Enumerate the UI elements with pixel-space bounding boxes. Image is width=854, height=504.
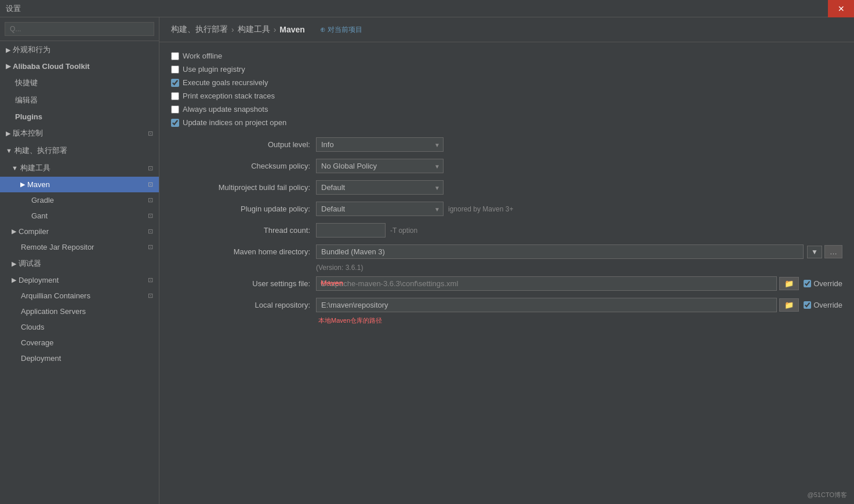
output-level-dropdown[interactable]: Info Debug Error Warning: [316, 137, 444, 152]
multiproject-policy-control: Default At End Never Always ▼: [316, 180, 842, 195]
user-settings-browse-button[interactable]: 📁: [779, 277, 799, 290]
breadcrumb-sep2: ›: [274, 25, 277, 34]
local-repo-override-label[interactable]: Override: [813, 301, 842, 309]
arrow-icon: ▶: [12, 276, 16, 284]
breadcrumb-part2: 构建工具: [238, 24, 270, 35]
search-box: [0, 17, 159, 41]
local-repo-override: Override: [804, 301, 842, 309]
multiproject-policy-label: Multiproject build fail policy:: [171, 183, 310, 192]
work-offline-label[interactable]: Work offline: [183, 52, 222, 60]
settings-icon: ⊡: [148, 243, 153, 251]
checkbox-execute-goals: Execute goals recursively: [171, 78, 842, 87]
close-button[interactable]: ✕: [828, 0, 854, 17]
local-repo-browse-button[interactable]: 📁: [779, 298, 799, 312]
settings-icon: ⊡: [148, 196, 153, 204]
user-settings-label: User settings file:: [171, 279, 310, 288]
checkbox-use-plugin-registry: Use plugin registry: [171, 65, 842, 74]
arrow-icon: ▶: [20, 181, 25, 188]
settings-icon: ⊡: [148, 165, 153, 172]
checkbox-print-exception: Print exception stack traces: [171, 92, 842, 100]
sidebar-item-arquillian[interactable]: Arquillian Containers ⊡: [0, 288, 159, 304]
print-exception-checkbox[interactable]: [171, 92, 179, 100]
settings-icon: ⊡: [148, 228, 153, 235]
print-exception-label[interactable]: Print exception stack traces: [183, 92, 275, 100]
sidebar-item-label: 构建、执行部署: [14, 145, 153, 156]
sidebar-item-app-servers[interactable]: Application Servers: [0, 304, 159, 319]
always-update-checkbox[interactable]: [171, 105, 179, 114]
sidebar-item-remote-jar[interactable]: Remote Jar Repositor ⊡: [0, 239, 159, 255]
sidebar-item-label: 编辑器: [6, 95, 153, 105]
user-settings-input[interactable]: [316, 276, 777, 291]
sidebar-item-label: Gradle: [29, 196, 148, 204]
thread-count-input[interactable]: [316, 223, 386, 238]
sidebar-item-build-tools[interactable]: ▼ 构建工具 ⊡: [0, 159, 159, 177]
breadcrumb-part1: 构建、执行部署: [171, 24, 228, 35]
breadcrumb-current: Maven: [279, 25, 305, 34]
user-settings-row: User settings file: Maven 📁 Override: [171, 276, 842, 291]
arrow-icon: ▶: [6, 46, 10, 54]
sidebar-item-compiler[interactable]: ▶ Compiler ⊡: [0, 224, 159, 239]
sidebar-item-label: Maven: [27, 180, 148, 189]
sidebar-item-gant[interactable]: Gant ⊡: [0, 208, 159, 224]
maven-home-dropdown-button[interactable]: ▼: [807, 246, 822, 258]
plugin-update-policy-dropdown[interactable]: Default Force Never: [316, 202, 444, 216]
sidebar-item-label: Application Servers: [12, 307, 153, 316]
maven-home-browse-button[interactable]: …: [824, 245, 842, 258]
local-repo-control: 📁 Override: [316, 298, 842, 312]
thread-count-label: Thread count:: [171, 226, 310, 235]
watermark: @51CTO博客: [808, 491, 847, 499]
search-input[interactable]: [5, 22, 154, 36]
always-update-label[interactable]: Always update snapshots: [183, 105, 268, 114]
checksum-policy-label: Checksum policy:: [171, 162, 310, 170]
sidebar-item-vcs[interactable]: ▶ 版本控制 ⊡: [0, 125, 159, 142]
local-repo-input[interactable]: [316, 298, 777, 312]
settings-icon: ⊡: [148, 276, 153, 284]
local-repo-label: Local repository:: [171, 301, 310, 309]
settings-icon: ⊡: [148, 130, 153, 137]
sidebar-item-clouds[interactable]: Clouds: [0, 319, 159, 335]
local-repo-override-checkbox[interactable]: [804, 301, 811, 309]
checksum-policy-control: No Global Policy Strict Lax Ignore ▼: [316, 159, 842, 173]
sidebar-item-build[interactable]: ▼ 构建、执行部署: [0, 142, 159, 159]
sidebar-item-deployment2[interactable]: Deployment: [0, 350, 159, 366]
sidebar-item-label: Coverage: [12, 338, 153, 347]
maven-home-row: Maven home directory: ▼ …: [171, 244, 842, 259]
sidebar-item-shortcuts[interactable]: 快捷键: [0, 74, 159, 92]
multiproject-policy-dropdown[interactable]: Default At End Never Always: [316, 180, 444, 195]
sidebar-item-alibaba[interactable]: ▶ Alibaba Cloud Toolkit: [0, 59, 159, 74]
sidebar-item-gradle[interactable]: Gradle ⊡: [0, 192, 159, 208]
maven-home-input[interactable]: [316, 244, 804, 259]
sidebar: ▶ 外观和行为 ▶ Alibaba Cloud Toolkit 快捷键 编辑器 …: [0, 17, 159, 504]
sidebar-item-deployment[interactable]: ▶ Deployment ⊡: [0, 272, 159, 288]
output-level-dropdown-wrapper: Info Debug Error Warning ▼: [316, 137, 444, 152]
use-plugin-registry-label[interactable]: Use plugin registry: [183, 65, 245, 74]
arrow-icon: ▼: [12, 165, 18, 171]
sidebar-item-editor[interactable]: 编辑器: [0, 92, 159, 109]
work-offline-checkbox[interactable]: [171, 52, 179, 60]
settings-form: Work offline Use plugin registry Execute…: [159, 42, 854, 339]
content-area: 构建、执行部署 › 构建工具 › Maven ⊕ 对当前项目 Work offl…: [159, 17, 854, 504]
sidebar-item-label: 调试器: [19, 258, 153, 269]
execute-goals-label[interactable]: Execute goals recursively: [183, 78, 268, 87]
user-settings-override-checkbox[interactable]: [804, 280, 811, 287]
sidebar-item-label: Compiler: [19, 227, 148, 236]
sidebar-item-maven[interactable]: ▶ Maven ⊡: [0, 177, 159, 192]
sidebar-item-appearance[interactable]: ▶ 外观和行为: [0, 41, 159, 59]
execute-goals-checkbox[interactable]: [171, 79, 179, 87]
use-plugin-registry-checkbox[interactable]: [171, 65, 179, 74]
sidebar-item-coverage[interactable]: Coverage: [0, 335, 159, 350]
user-settings-control: Maven 📁 Override: [316, 276, 842, 291]
checksum-policy-dropdown[interactable]: No Global Policy Strict Lax Ignore: [316, 159, 444, 173]
window-title: 设置: [6, 3, 21, 14]
checkbox-always-update: Always update snapshots: [171, 105, 842, 114]
sidebar-item-label: Plugins: [6, 112, 153, 121]
current-project-link[interactable]: ⊕ 对当前项目: [320, 25, 362, 35]
thread-count-hint: -T option: [390, 227, 417, 235]
sidebar-item-plugins[interactable]: Plugins: [0, 109, 159, 125]
update-indices-checkbox[interactable]: [171, 119, 179, 127]
sidebar-item-debugger[interactable]: ▶ 调试器: [0, 255, 159, 272]
sidebar-item-label: 快捷键: [6, 78, 153, 88]
update-indices-label[interactable]: Update indices on project open: [183, 118, 286, 127]
user-settings-override-label[interactable]: Override: [813, 279, 842, 288]
sidebar-item-label: 版本控制: [13, 128, 148, 138]
